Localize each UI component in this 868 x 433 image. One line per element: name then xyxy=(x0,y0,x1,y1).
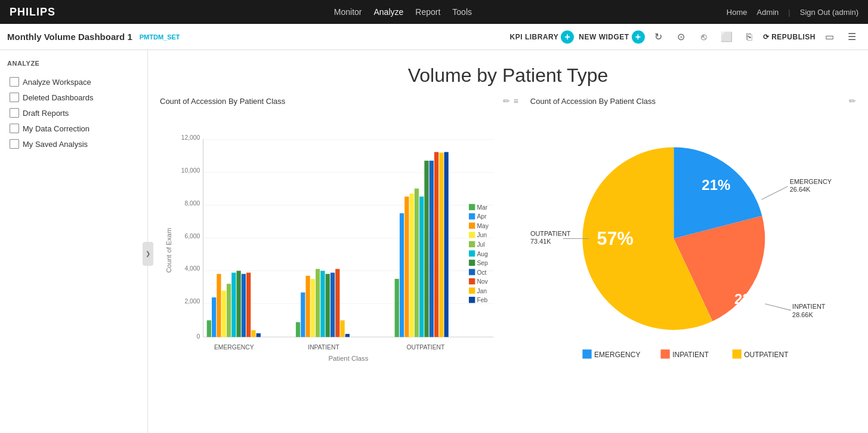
nav-divider: | xyxy=(788,8,790,17)
nav-right: Home Admin | Sign Out (admin) xyxy=(727,8,858,17)
bar-chart-edit-icon[interactable]: ✏ xyxy=(503,96,510,106)
svg-text:OUTPATIENT: OUTPATIENT xyxy=(744,351,789,359)
main-chart-title: Volume by Patient Type xyxy=(148,50,868,96)
sidebar-item-label: Draft Reports xyxy=(23,109,69,118)
dashboard-tag: PMTDM_SET xyxy=(140,33,180,41)
time-icon-button[interactable]: ⊙ xyxy=(672,28,690,46)
svg-text:21%: 21% xyxy=(702,177,730,193)
svg-rect-68 xyxy=(469,269,475,275)
svg-text:Jul: Jul xyxy=(477,241,484,248)
sidebar-item-draft-reports[interactable]: Draft Reports xyxy=(7,105,140,121)
svg-line-82 xyxy=(765,304,791,311)
bar-chart-menu-icon[interactable]: ≡ xyxy=(514,96,518,106)
svg-text:2,000: 2,000 xyxy=(184,298,200,305)
folder-icon xyxy=(10,108,19,118)
export-button[interactable]: ⬜ xyxy=(718,28,736,46)
pie-chart-container: Count of Accession By Patient Class ✏ xyxy=(530,96,856,382)
svg-text:0: 0 xyxy=(197,333,200,340)
bar-chart-header-icons: ✏ ≡ xyxy=(503,96,518,106)
svg-text:May: May xyxy=(477,223,489,229)
svg-rect-54 xyxy=(469,204,475,210)
bar-chart-title: Count of Accession By Patient Class xyxy=(160,97,285,106)
display-button[interactable]: ▭ xyxy=(820,28,838,46)
nav-links: Monitor Analyze Report Tools xyxy=(79,7,727,17)
sidebar-item-label: My Data Correction xyxy=(23,124,89,133)
svg-rect-31 xyxy=(311,279,315,337)
bookmark-button[interactable]: ⎋ xyxy=(695,28,713,46)
svg-text:73.41K: 73.41K xyxy=(530,238,551,245)
nav-signout[interactable]: Sign Out (admin) xyxy=(800,8,858,17)
svg-rect-25 xyxy=(246,273,251,337)
folder-icon xyxy=(10,77,19,87)
svg-text:Nov: Nov xyxy=(477,278,488,285)
pie-chart-edit-icon[interactable]: ✏ xyxy=(849,96,856,106)
nav-home[interactable]: Home xyxy=(727,8,747,17)
menu-button[interactable]: ☰ xyxy=(843,28,861,46)
dashboard-title: Monthly Volume Dashboard 1 xyxy=(7,32,132,42)
kpi-library-button[interactable]: KPI LIBRARY + xyxy=(510,30,574,44)
sidebar-section-label: ANALYZE xyxy=(7,60,140,67)
svg-text:INPATIENT: INPATIENT xyxy=(672,351,709,359)
svg-text:Apr: Apr xyxy=(477,213,487,220)
refresh-button[interactable]: ↻ xyxy=(650,28,668,46)
content-area: Volume by Patient Type Count of Accessio… xyxy=(148,50,868,433)
svg-rect-20 xyxy=(222,291,226,337)
svg-rect-60 xyxy=(469,232,475,238)
republish-button[interactable]: ⟳ REPUBLISH xyxy=(763,33,816,41)
svg-rect-58 xyxy=(469,223,475,229)
sidebar-item-label: Deleted Dashboards xyxy=(23,93,94,102)
svg-text:Count of Exam: Count of Exam xyxy=(165,228,172,273)
svg-text:12,000: 12,000 xyxy=(181,134,200,141)
secondary-bar: Monthly Volume Dashboard 1 PMTDM_SET KPI… xyxy=(0,24,868,50)
philips-logo: PHILIPS xyxy=(10,6,55,19)
toolbar-icons: KPI LIBRARY + NEW WIDGET + ↻ ⊙ ⎋ ⬜ ⎘ ⟳ R… xyxy=(510,28,861,46)
svg-rect-18 xyxy=(212,297,216,337)
svg-rect-28 xyxy=(296,322,300,337)
nav-report[interactable]: Report xyxy=(415,7,440,17)
svg-rect-45 xyxy=(424,161,428,337)
top-navigation: PHILIPS Monitor Analyze Report Tools Hom… xyxy=(0,0,868,24)
svg-rect-21 xyxy=(227,284,231,337)
widget-plus-icon: + xyxy=(632,30,645,44)
svg-rect-72 xyxy=(469,287,475,293)
sidebar-item-label: Analyze Workspace xyxy=(23,78,91,87)
svg-text:EMERGENCY: EMERGENCY xyxy=(594,351,640,359)
nav-tools[interactable]: Tools xyxy=(452,7,472,17)
sidebar-collapse-button[interactable]: ❯ xyxy=(143,242,153,266)
svg-rect-92 xyxy=(732,349,741,358)
svg-text:Sep: Sep xyxy=(477,260,488,266)
svg-rect-27 xyxy=(257,333,261,337)
republish-label: REPUBLISH xyxy=(771,33,816,41)
nav-admin[interactable]: Admin xyxy=(756,8,779,17)
svg-text:8,000: 8,000 xyxy=(184,200,200,207)
folder-icon xyxy=(10,139,19,149)
svg-rect-26 xyxy=(251,330,255,337)
svg-rect-64 xyxy=(469,250,475,256)
new-widget-button[interactable]: NEW WIDGET + xyxy=(579,30,644,44)
sidebar-item-data-correction[interactable]: My Data Correction xyxy=(7,121,140,136)
svg-rect-34 xyxy=(326,274,330,337)
svg-rect-35 xyxy=(330,273,335,337)
nav-monitor[interactable]: Monitor xyxy=(334,7,362,17)
svg-rect-56 xyxy=(469,213,475,219)
svg-rect-32 xyxy=(316,269,320,337)
svg-text:INPATIENT: INPATIENT xyxy=(792,303,826,310)
svg-rect-49 xyxy=(444,152,449,337)
svg-text:4,000: 4,000 xyxy=(184,265,200,272)
sidebar-item-analyze-workspace[interactable]: Analyze Workspace xyxy=(7,74,140,90)
svg-rect-37 xyxy=(340,320,344,337)
svg-text:EMERGENCY: EMERGENCY xyxy=(214,344,254,351)
svg-text:28.66K: 28.66K xyxy=(792,311,813,318)
new-widget-label: NEW WIDGET xyxy=(579,33,629,41)
svg-rect-66 xyxy=(469,260,475,266)
svg-text:Aug: Aug xyxy=(477,251,488,257)
svg-text:OUTPATIENT: OUTPATIENT xyxy=(406,344,445,351)
share-button[interactable]: ⎘ xyxy=(740,28,758,46)
nav-analyze[interactable]: Analyze xyxy=(373,7,403,17)
svg-text:INPATIENT: INPATIENT xyxy=(308,344,339,351)
svg-text:6,000: 6,000 xyxy=(184,233,200,239)
svg-text:OUTPATIENT: OUTPATIENT xyxy=(530,230,571,237)
sidebar-item-deleted-dashboards[interactable]: Deleted Dashboards xyxy=(7,90,140,105)
sidebar-item-saved-analysis[interactable]: My Saved Analysis xyxy=(7,136,140,152)
svg-rect-41 xyxy=(404,196,409,337)
